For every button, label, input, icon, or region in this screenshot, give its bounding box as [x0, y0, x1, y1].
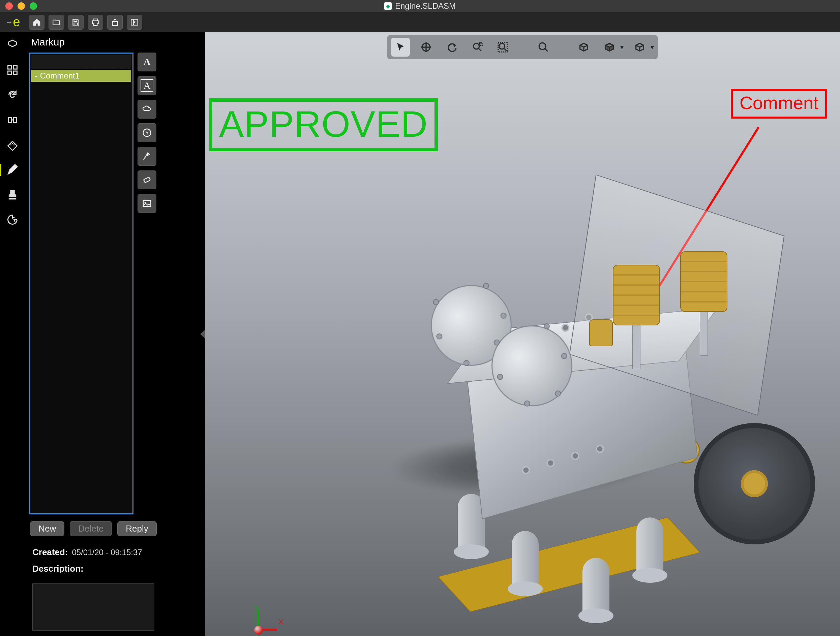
close-window-button[interactable] [5, 2, 13, 10]
export-icon[interactable] [5, 212, 20, 227]
text-plain-tool[interactable]: A [137, 52, 156, 71]
maximize-window-button[interactable] [30, 2, 37, 10]
model-piston [680, 251, 728, 312]
left-rail [0, 32, 25, 636]
render-style-icon [630, 38, 649, 57]
image-insert-tool[interactable] [137, 194, 156, 213]
svg-point-13 [499, 44, 505, 49]
section-icon[interactable] [5, 112, 20, 128]
svg-rect-3 [14, 66, 17, 69]
stamp-icon[interactable] [5, 187, 20, 202]
new-button[interactable]: New [30, 521, 65, 536]
model-cap [589, 320, 613, 346]
svg-rect-4 [8, 71, 12, 75]
viewport-3d[interactable]: ▾ ▾ APPROVED Comment [205, 32, 840, 636]
minimize-window-button[interactable] [17, 2, 25, 10]
created-label: Created: [32, 547, 68, 557]
panel-splitter[interactable] [162, 32, 205, 636]
markup-icon[interactable] [5, 162, 20, 177]
created-value: 05/01/20 - 09:15:37 [72, 548, 142, 557]
tree-item-label: - Comment1 [35, 71, 79, 80]
model-flywheel [694, 423, 815, 545]
zoom-window-tool[interactable] [468, 38, 487, 57]
svg-rect-2 [8, 66, 12, 69]
delete-button[interactable]: Delete [70, 521, 112, 536]
svg-rect-9 [143, 200, 151, 206]
orientation-triad[interactable]: Y X [242, 604, 276, 636]
tree-heading [32, 55, 131, 69]
share-button[interactable] [107, 15, 123, 30]
description-label: Description: [32, 564, 84, 574]
logo-text: e [13, 15, 19, 29]
orbit-tool[interactable] [442, 38, 461, 57]
markup-panel: Markup - Comment1 A A A [25, 32, 162, 636]
zoom-tool[interactable] [534, 38, 553, 57]
markup-tool-column: A A A [137, 52, 158, 515]
render-style-dropdown[interactable]: ▾ [630, 38, 654, 57]
zoom-fit-tool[interactable] [494, 38, 512, 57]
chevron-down-icon: ▾ [620, 43, 624, 51]
pan-tool[interactable] [417, 38, 436, 57]
pointer-tool[interactable] [137, 147, 156, 166]
svg-rect-8 [144, 177, 150, 183]
refresh-icon[interactable] [5, 88, 20, 102]
model-foot [636, 518, 663, 578]
shade-style-icon [600, 38, 619, 57]
cloud-tool[interactable] [137, 100, 156, 118]
circled-text-tool[interactable]: A [137, 123, 156, 142]
markup-tree[interactable]: - Comment1 [29, 52, 134, 515]
model-foot [512, 531, 538, 592]
panel-toggle-button[interactable] [127, 15, 142, 30]
tree-item-comment1[interactable]: - Comment1 [32, 70, 131, 82]
app-file-icon: ◆ [384, 2, 392, 10]
model-rod [700, 309, 708, 356]
triad-x-label: X [278, 618, 284, 627]
description-input[interactable] [32, 584, 155, 631]
model-piston [613, 265, 660, 326]
measure-icon[interactable] [5, 137, 20, 152]
svg-point-11 [474, 44, 479, 49]
print-button[interactable] [88, 15, 103, 30]
svg-text:A: A [145, 131, 148, 135]
save-button[interactable] [68, 15, 84, 30]
svg-rect-12 [480, 43, 482, 45]
chevron-down-icon: ▾ [651, 43, 654, 51]
panel-title: Markup [25, 36, 162, 52]
model-engine [333, 161, 771, 565]
model-tree-icon[interactable] [5, 38, 20, 52]
window-title: ◆ Engine.SLDASM [384, 2, 456, 11]
panel-meta: Created: 05/01/20 - 09:15:37 Description… [25, 541, 162, 580]
reply-button[interactable]: Reply [117, 521, 156, 536]
home-button[interactable] [29, 15, 44, 30]
approved-stamp[interactable]: APPROVED [209, 98, 438, 151]
traffic-lights [0, 2, 37, 10]
logo-prefix: → [5, 18, 12, 27]
app-toolbar: → e [0, 12, 840, 32]
text-box-tool[interactable]: A [137, 76, 156, 95]
svg-rect-5 [14, 71, 17, 75]
model-rod [632, 322, 641, 369]
eraser-tool[interactable] [137, 170, 156, 189]
shade-box-tool[interactable] [575, 38, 593, 57]
open-button[interactable] [49, 15, 64, 30]
model-foot [583, 558, 609, 619]
triad-y-label: Y [254, 603, 259, 612]
window-title-text: Engine.SLDASM [395, 2, 456, 11]
view-toolbar: ▾ ▾ [387, 35, 658, 59]
views-grid-icon[interactable] [5, 63, 20, 77]
panel-actions: New Delete Reply [25, 515, 162, 541]
comment-callout[interactable]: Comment [731, 89, 827, 118]
shade-style-dropdown[interactable]: ▾ [600, 38, 624, 57]
window-titlebar: ◆ Engine.SLDASM [0, 0, 840, 12]
select-tool[interactable] [391, 38, 410, 57]
svg-point-15 [539, 43, 546, 49]
app-logo: → e [0, 12, 25, 32]
